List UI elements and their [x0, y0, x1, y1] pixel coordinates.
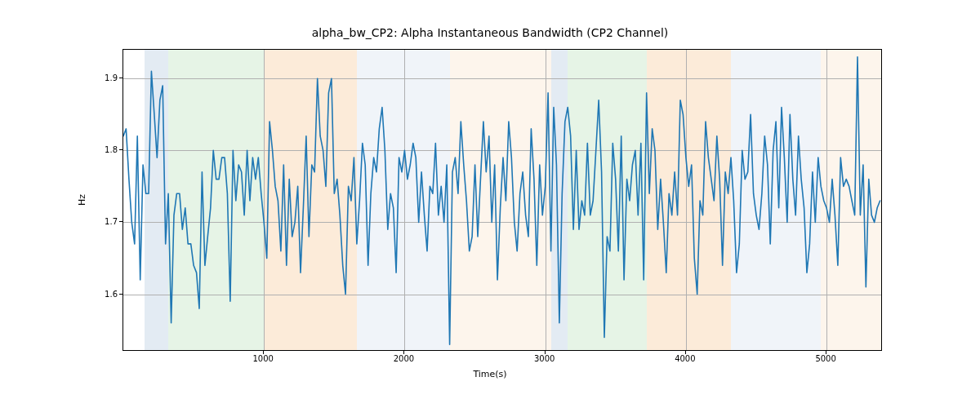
x-tick-mark — [545, 351, 546, 354]
y-tick-mark — [119, 78, 122, 78]
y-tick-mark — [119, 221, 122, 222]
x-axis-label: Time(s) — [0, 369, 980, 379]
x-tick-mark — [263, 351, 264, 354]
x-tick-label: 5000 — [815, 354, 835, 363]
y-tick-label: 1.6 — [98, 289, 118, 298]
plot-axes — [122, 49, 882, 351]
y-tick-label: 1.7 — [98, 217, 118, 226]
x-tick-label: 2000 — [394, 354, 414, 363]
y-tick-mark — [119, 149, 122, 150]
x-tick-label: 4000 — [675, 354, 695, 363]
figure: alpha_bw_CP2: Alpha Instantaneous Bandwi… — [0, 0, 980, 408]
x-tick-mark — [826, 351, 826, 354]
y-tick-label: 1.8 — [98, 145, 118, 154]
y-tick-label: 1.9 — [98, 73, 118, 82]
x-tick-label: 3000 — [534, 354, 555, 363]
chart-title: alpha_bw_CP2: Alpha Instantaneous Bandwi… — [0, 26, 980, 39]
x-tick-mark — [685, 351, 686, 354]
x-tick-mark — [403, 351, 404, 354]
x-tick-label: 1000 — [252, 354, 273, 363]
line-series — [123, 50, 882, 351]
y-tick-mark — [119, 294, 122, 295]
y-axis-label: Hz — [77, 194, 87, 206]
